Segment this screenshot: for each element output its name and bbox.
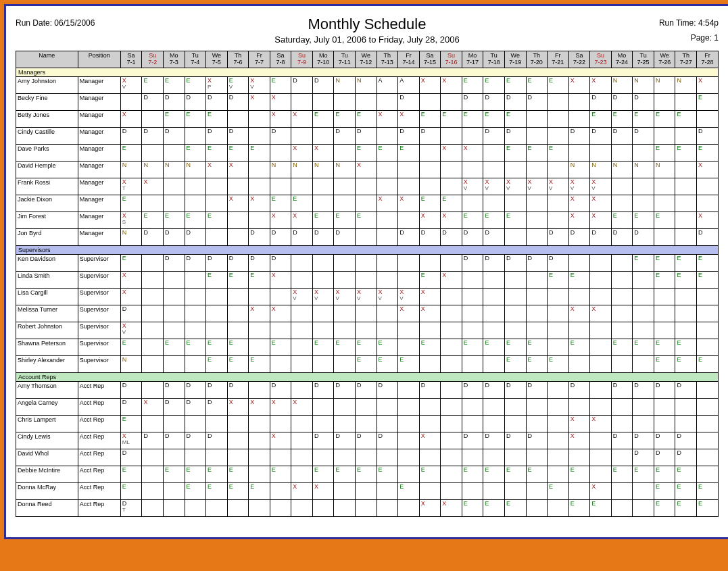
day-cell <box>504 449 526 466</box>
day-cell <box>611 415 633 432</box>
day-cell: E <box>206 271 228 288</box>
day-cell <box>611 322 633 339</box>
day-cell <box>249 415 270 432</box>
day-cell: A <box>377 76 398 93</box>
day-cell <box>504 305 526 322</box>
day-cell: E <box>398 482 420 499</box>
day-cell <box>697 305 719 322</box>
day-cell: X <box>419 76 441 93</box>
day-cell <box>206 449 228 466</box>
employee-name: Shirley Alexander <box>16 355 78 372</box>
day-cell: D <box>419 381 441 398</box>
day-cell <box>398 212 420 228</box>
day-cell <box>270 288 291 305</box>
day-cell: E <box>398 355 420 372</box>
day-cell <box>548 161 569 178</box>
day-cell <box>377 212 398 228</box>
day-cell: E <box>548 144 569 161</box>
day-cell <box>398 398 420 415</box>
col-position: Position <box>78 51 120 68</box>
day-cell <box>291 449 313 466</box>
day-cell: E <box>120 195 142 212</box>
day-cell: XV <box>120 322 142 339</box>
day-cell <box>611 499 633 516</box>
day-cell <box>568 288 590 305</box>
day-cell: D <box>270 228 291 245</box>
day-cell: E <box>675 110 697 127</box>
employee-name: Cindy Castille <box>16 127 78 144</box>
day-cell <box>526 288 548 305</box>
report-range: Saturday, July 01, 2006 to Friday, July … <box>16 34 719 45</box>
day-cell <box>633 288 654 305</box>
employee-position: Acct Rep <box>78 432 120 449</box>
day-cell <box>419 93 441 110</box>
day-cell: D <box>568 127 590 144</box>
day-cell <box>590 288 612 305</box>
employee-position: Supervisor <box>78 355 120 372</box>
day-cell <box>633 355 654 372</box>
day-cell: X <box>249 195 270 212</box>
day-cell: E <box>163 466 185 482</box>
day-cell: D <box>504 254 526 271</box>
employee-position: Manager <box>78 228 120 245</box>
day-cell: E <box>142 212 164 228</box>
table-row: Angela CarneyAcct RepDXDDDXXXX <box>16 398 719 415</box>
day-cell <box>163 449 185 466</box>
day-cell: E <box>334 212 356 228</box>
table-row: Becky FineManagerDDDDDXXDDDDDDDDE <box>16 93 719 110</box>
day-cell <box>568 482 590 499</box>
day-cell: E <box>270 466 291 482</box>
day-cell <box>270 415 291 432</box>
day-cell: D <box>377 381 398 398</box>
day-cell: X <box>568 305 590 322</box>
day-cell: X <box>249 305 270 322</box>
day-cell <box>185 178 206 195</box>
day-cell: D <box>633 381 654 398</box>
table-row: David HempleManagerNNNNXXNNNNXNNNNNX <box>16 161 719 178</box>
day-cell <box>185 415 206 432</box>
table-row: Robert JohnstonSupervisorXV <box>16 322 719 339</box>
employee-position: Acct Rep <box>78 415 120 432</box>
day-cell: D <box>611 228 633 245</box>
day-cell: E <box>120 339 142 355</box>
day-cell <box>568 254 590 271</box>
table-row: Amy ThomsonAcct RepDDDDDDDDDDDDDDDDDDDD <box>16 381 719 398</box>
day-cell: E <box>120 254 142 271</box>
day-cell: E <box>249 144 270 161</box>
day-cell <box>441 127 462 144</box>
col-day: We7-26 <box>654 51 675 68</box>
day-cell: E <box>675 355 697 372</box>
table-row: Donna ReedAcct RepDTXXEEEEEEEE <box>16 499 719 516</box>
day-cell <box>356 415 377 432</box>
day-cell <box>142 499 164 516</box>
day-cell: X <box>441 144 462 161</box>
day-cell <box>377 322 398 339</box>
day-cell <box>142 466 164 482</box>
day-cell: E <box>334 466 356 482</box>
employee-name: Jim Forest <box>16 212 78 228</box>
day-cell: D <box>185 228 206 245</box>
day-cell <box>548 415 569 432</box>
day-cell: E <box>206 144 228 161</box>
employee-position: Supervisor <box>78 271 120 288</box>
day-cell <box>312 355 334 372</box>
day-cell <box>548 499 569 516</box>
day-cell <box>312 305 334 322</box>
day-cell: D <box>483 127 505 144</box>
day-cell <box>654 398 675 415</box>
day-cell: E <box>291 195 313 212</box>
day-cell <box>590 432 612 449</box>
day-cell: X <box>568 432 590 449</box>
day-cell: X <box>419 432 441 449</box>
day-cell: D <box>483 228 505 245</box>
day-cell: D <box>654 449 675 466</box>
day-cell <box>483 195 505 212</box>
day-cell: N <box>633 76 654 93</box>
day-cell: D <box>334 432 356 449</box>
day-cell: E <box>654 110 675 127</box>
table-row: Shawna PetersonSupervisorEEEEEEEEEEEEEEE… <box>16 339 719 355</box>
day-cell: N <box>633 161 654 178</box>
day-cell <box>568 110 590 127</box>
day-cell: E <box>526 466 548 482</box>
day-cell <box>142 449 164 466</box>
